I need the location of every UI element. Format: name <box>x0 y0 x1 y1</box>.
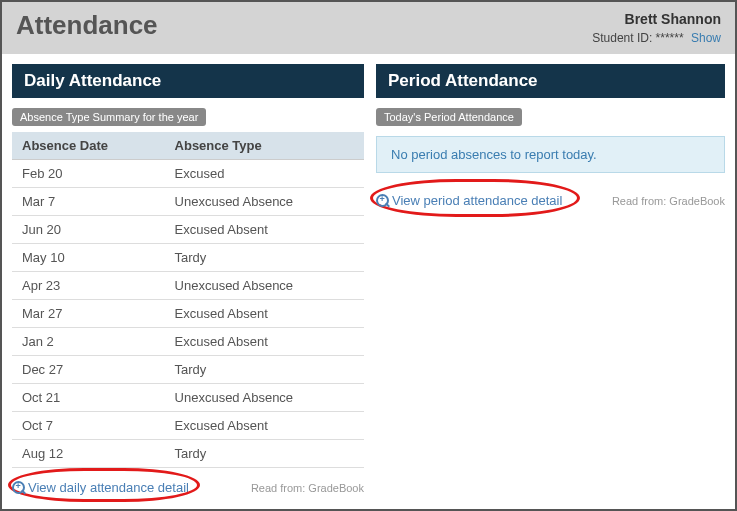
period-panel-title: Period Attendance <box>376 64 725 98</box>
table-row: Feb 20Excused <box>12 160 364 188</box>
table-row: Mar 27Excused Absent <box>12 300 364 328</box>
period-today-badge[interactable]: Today's Period Attendance <box>376 108 522 126</box>
absence-type-cell: Excused Absent <box>165 328 364 356</box>
student-info: Brett Shannon Student ID: ****** Show <box>592 10 721 46</box>
absence-type-cell: Excused Absent <box>165 300 364 328</box>
absence-type-cell: Excused <box>165 160 364 188</box>
absence-type-cell: Tardy <box>165 440 364 468</box>
table-row: Aug 12Tardy <box>12 440 364 468</box>
page-header: Attendance Brett Shannon Student ID: ***… <box>2 2 735 54</box>
absence-type-cell: Excused Absent <box>165 412 364 440</box>
absence-type-cell: Excused Absent <box>165 216 364 244</box>
table-row: Dec 27Tardy <box>12 356 364 384</box>
table-row: Oct 21Unexcused Absence <box>12 384 364 412</box>
table-row: Jun 20Excused Absent <box>12 216 364 244</box>
absence-date-cell: Aug 12 <box>12 440 165 468</box>
absence-type-cell: Unexcused Absence <box>165 384 364 412</box>
page-title: Attendance <box>16 10 158 41</box>
absence-date-cell: May 10 <box>12 244 165 272</box>
absence-date-cell: Apr 23 <box>12 272 165 300</box>
view-daily-detail-link[interactable]: + View daily attendance detail <box>12 480 189 495</box>
daily-attendance-panel: Daily Attendance Absence Type Summary fo… <box>12 64 364 497</box>
view-period-detail-link[interactable]: + View period attendance detail <box>376 193 562 208</box>
absence-type-cell: Unexcused Absence <box>165 188 364 216</box>
absence-date-cell: Jun 20 <box>12 216 165 244</box>
absence-date-cell: Mar 27 <box>12 300 165 328</box>
absence-date-cell: Dec 27 <box>12 356 165 384</box>
col-absence-date: Absence Date <box>12 132 165 160</box>
col-absence-type: Absence Type <box>165 132 364 160</box>
daily-footer: + View daily attendance detail Read from… <box>12 478 364 497</box>
student-name: Brett Shannon <box>592 10 721 30</box>
period-footer: + View period attendance detail Read fro… <box>376 191 725 210</box>
absence-date-cell: Mar 7 <box>12 188 165 216</box>
show-id-link[interactable]: Show <box>691 31 721 45</box>
daily-absence-table: Absence Date Absence Type Feb 20ExcusedM… <box>12 132 364 468</box>
period-read-from: Read from: GradeBook <box>612 195 725 207</box>
table-row: May 10Tardy <box>12 244 364 272</box>
daily-summary-badge[interactable]: Absence Type Summary for the year <box>12 108 206 126</box>
zoom-in-icon: + <box>12 481 26 495</box>
absence-date-cell: Oct 7 <box>12 412 165 440</box>
absence-type-cell: Tardy <box>165 356 364 384</box>
no-absences-message: No period absences to report today. <box>376 136 725 173</box>
daily-read-from: Read from: GradeBook <box>251 482 364 494</box>
absence-date-cell: Jan 2 <box>12 328 165 356</box>
student-id-label: Student ID: <box>592 31 652 45</box>
absence-date-cell: Feb 20 <box>12 160 165 188</box>
daily-panel-title: Daily Attendance <box>12 64 364 98</box>
view-period-detail-label: View period attendance detail <box>392 193 562 208</box>
period-attendance-panel: Period Attendance Today's Period Attenda… <box>376 64 725 497</box>
table-row: Oct 7Excused Absent <box>12 412 364 440</box>
absence-date-cell: Oct 21 <box>12 384 165 412</box>
table-row: Jan 2Excused Absent <box>12 328 364 356</box>
absence-type-cell: Tardy <box>165 244 364 272</box>
zoom-in-icon: + <box>376 194 390 208</box>
absence-type-cell: Unexcused Absence <box>165 272 364 300</box>
view-daily-detail-label: View daily attendance detail <box>28 480 189 495</box>
table-row: Apr 23Unexcused Absence <box>12 272 364 300</box>
student-id-value: ****** <box>656 31 684 45</box>
table-row: Mar 7Unexcused Absence <box>12 188 364 216</box>
